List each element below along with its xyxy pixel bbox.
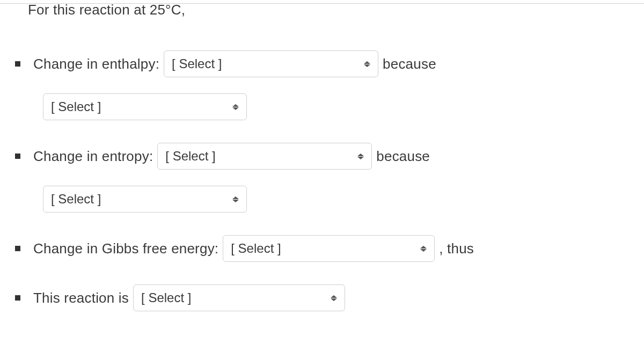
entropy-select-2[interactable]: [ Select ] xyxy=(43,186,247,213)
gibbs-after-text: , thus xyxy=(439,240,474,257)
entropy-sub-row: [ Select ] xyxy=(39,186,629,213)
enthalpy-select-2[interactable]: [ Select ] xyxy=(43,93,247,120)
chevron-updown-icon xyxy=(364,61,370,67)
enthalpy-after-text: because xyxy=(383,56,436,72)
gibbs-label: Change in Gibbs free energy: xyxy=(33,240,218,257)
entropy-section: Change in entropy: [ Select ] because [ … xyxy=(15,143,629,213)
gibbs-row: Change in Gibbs free energy: [ Select ] … xyxy=(15,235,629,262)
reaction-row: This reaction is [ Select ] xyxy=(15,284,629,311)
enthalpy-label: Change in enthalpy: xyxy=(33,56,159,72)
chevron-updown-icon xyxy=(232,104,239,110)
entropy-row: Change in entropy: [ Select ] because xyxy=(15,143,629,170)
enthalpy-select-1[interactable]: [ Select ] xyxy=(164,50,378,77)
reaction-label: This reaction is xyxy=(33,290,129,306)
chevron-updown-icon xyxy=(232,196,239,202)
select-placeholder: [ Select ] xyxy=(141,290,323,305)
entropy-label: Change in entropy: xyxy=(33,148,153,165)
bullet-icon xyxy=(15,246,20,251)
chevron-updown-icon xyxy=(331,295,337,301)
bullet-icon xyxy=(15,61,20,67)
bullet-icon xyxy=(15,153,20,159)
question-content: For this reaction at 25°C, Change in ent… xyxy=(0,2,644,311)
reaction-section: This reaction is [ Select ] xyxy=(15,284,629,311)
enthalpy-sub-row: [ Select ] xyxy=(39,93,629,120)
reaction-select-1[interactable]: [ Select ] xyxy=(133,284,345,311)
entropy-select-1[interactable]: [ Select ] xyxy=(157,143,372,170)
chevron-updown-icon xyxy=(357,153,364,159)
select-placeholder: [ Select ] xyxy=(231,241,413,256)
enthalpy-section: Change in enthalpy: [ Select ] because [… xyxy=(15,50,629,120)
select-placeholder: [ Select ] xyxy=(172,56,356,71)
intro-text: For this reaction at 25°C, xyxy=(15,2,629,18)
select-placeholder: [ Select ] xyxy=(165,149,350,164)
bullet-icon xyxy=(15,295,20,301)
chevron-updown-icon xyxy=(420,246,427,252)
entropy-after-text: because xyxy=(376,148,430,165)
enthalpy-row: Change in enthalpy: [ Select ] because xyxy=(15,50,629,77)
select-placeholder: [ Select ] xyxy=(51,99,225,114)
select-placeholder: [ Select ] xyxy=(51,192,225,207)
gibbs-select-1[interactable]: [ Select ] xyxy=(223,235,435,262)
gibbs-section: Change in Gibbs free energy: [ Select ] … xyxy=(15,235,629,262)
